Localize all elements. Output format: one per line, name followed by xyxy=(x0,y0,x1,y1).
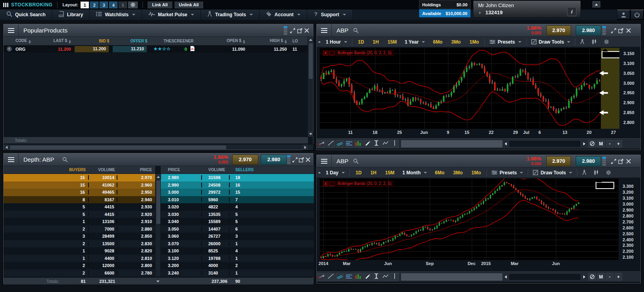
reset-zoom-button[interactable] xyxy=(588,140,596,147)
vertical-range-tool[interactable] xyxy=(372,140,381,148)
depth-buy-row[interactable]: 16494652.950 xyxy=(4,189,155,196)
range-dropdown[interactable]: 1 Year xyxy=(401,37,429,47)
depth-buy-row[interactable]: 266002.780 xyxy=(4,269,155,277)
panel-menu-button[interactable] xyxy=(4,153,19,166)
depth-sell-row[interactable]: 3.040155895 xyxy=(161,218,314,225)
remove-indicator-button[interactable]: X xyxy=(323,51,328,55)
depth-sell-row[interactable]: 3.24031401 xyxy=(161,269,314,277)
chart-settings-button[interactable] xyxy=(600,37,613,47)
menu-item-trading-tools[interactable]: Trading Tools xyxy=(201,10,260,20)
popout-button[interactable] xyxy=(298,156,304,163)
zoom-out-button[interactable]: - xyxy=(606,273,613,281)
col-offer[interactable]: OFFER $ xyxy=(112,39,150,43)
depth-buy-row[interactable]: 544152.930 xyxy=(4,203,155,211)
col-buy-price[interactable]: PRICE xyxy=(117,168,155,172)
window-link-indicator[interactable] xyxy=(287,155,291,164)
maximize-button[interactable] xyxy=(292,156,298,163)
offer-price-button[interactable]: 2.980 xyxy=(576,156,601,166)
close-panel-button[interactable] xyxy=(625,27,632,34)
popout-button[interactable] xyxy=(296,27,303,34)
tf-1d-button[interactable]: 1D xyxy=(351,168,366,178)
polyline-tool[interactable] xyxy=(381,273,390,281)
depth-sell-row[interactable]: 3.02048224 xyxy=(161,203,314,211)
range-6mo-button[interactable]: 6Mo xyxy=(429,37,447,47)
menu-item-support[interactable]: ?Support xyxy=(307,10,353,20)
link-all-button[interactable]: Link All xyxy=(148,2,172,8)
maximize-button[interactable] xyxy=(610,27,617,34)
watchlist-vscrollbar[interactable] xyxy=(308,37,313,137)
col-last[interactable]: LAST $ xyxy=(38,38,74,44)
symbol-search-icon[interactable] xyxy=(353,28,359,35)
draw-tools-dropdown[interactable]: Draw Tools xyxy=(529,168,576,178)
panel-menu-button[interactable] xyxy=(4,24,19,37)
minimize-indicator-button[interactable]: _ xyxy=(329,51,334,55)
depth-buy-row[interactable]: 144002.810 xyxy=(4,255,155,262)
depth-buy-row[interactable]: 190282.820 xyxy=(4,247,155,255)
depth-scrollbar[interactable] xyxy=(155,174,161,277)
presets-dropdown[interactable]: Presets xyxy=(488,168,527,178)
trend-line-tool[interactable] xyxy=(327,140,335,148)
depth-buy-row[interactable]: 15410622.960 xyxy=(4,181,155,189)
volume-bars-tool[interactable] xyxy=(354,273,362,281)
col-low[interactable]: LO xyxy=(290,39,308,43)
collapse-toolbar-button[interactable] xyxy=(317,168,322,178)
collapse-toolbar-button[interactable] xyxy=(317,37,322,47)
zoom-in-button[interactable]: + xyxy=(615,273,622,281)
depth-sell-row[interactable]: 3.030135355 xyxy=(161,211,314,218)
timeframe-dropdown[interactable]: 1 Hour xyxy=(322,37,351,47)
col-high[interactable]: HIGH $ xyxy=(248,38,290,44)
depth-buy-row[interactable]: 15100142.970 xyxy=(4,174,155,181)
polyline-tool[interactable] xyxy=(381,140,390,148)
col-sell-price[interactable]: PRICE xyxy=(161,168,202,172)
account-info-button[interactable]: i xyxy=(567,7,577,16)
depth-buy-row[interactable]: 3284992.850 xyxy=(4,233,155,240)
scroll-thumb[interactable] xyxy=(156,180,160,224)
col-open[interactable]: OPEN $ xyxy=(207,38,248,44)
depth-buy-row[interactable]: 544152.920 xyxy=(4,211,155,218)
col-bid[interactable]: BID $ xyxy=(74,39,112,43)
depth-buy-row[interactable]: 1131062.910 xyxy=(4,218,155,225)
pencil-tool[interactable] xyxy=(363,140,371,148)
depth-buy-row[interactable]: 881672.940 xyxy=(4,196,155,204)
depth-buy-row[interactable]: 270002.880 xyxy=(4,225,155,233)
depth-sell-row[interactable]: 2.9803159818 xyxy=(161,174,314,181)
channel-tool[interactable] xyxy=(336,140,344,148)
offer-price-button[interactable]: 2.980 xyxy=(261,155,287,165)
bid-price-button[interactable]: 2.970 xyxy=(232,155,258,165)
pan-right-button[interactable] xyxy=(581,140,587,147)
unlink-all-button[interactable]: Unlink All xyxy=(175,2,203,8)
layout-button-3[interactable]: 3 xyxy=(100,2,108,8)
pan-left-button[interactable] xyxy=(502,273,509,281)
range-1mo-button[interactable]: 1Mo xyxy=(467,168,485,178)
col-screener[interactable]: THESCREENER xyxy=(150,39,207,43)
volume-bars-tool[interactable] xyxy=(354,140,362,148)
scroll-up-button[interactable] xyxy=(308,37,313,42)
depth-sell-row[interactable]: 3.060267273 xyxy=(161,233,314,240)
presets-dropdown[interactable]: Presets xyxy=(486,37,525,47)
scroll-thumb[interactable] xyxy=(309,43,313,79)
reset-zoom-button[interactable] xyxy=(588,273,596,281)
col-buy-volume[interactable]: VOLUME xyxy=(89,168,117,172)
chart-settings-button[interactable] xyxy=(602,168,615,178)
maximize-button[interactable] xyxy=(610,158,617,164)
range-3mo-button[interactable]: 3Mo xyxy=(449,168,467,178)
layout-settings-button[interactable] xyxy=(128,2,138,8)
chart-scrollbar[interactable] xyxy=(509,273,581,281)
anchor-points-tool[interactable] xyxy=(317,273,326,281)
depth-sell-row[interactable]: 3.120197881 xyxy=(161,255,314,262)
close-panel-button[interactable] xyxy=(625,158,632,164)
chart-style-button[interactable] xyxy=(590,168,602,178)
levels-tool[interactable] xyxy=(345,140,353,148)
layout-button-5[interactable]: 5 xyxy=(119,2,127,8)
collapse-topbar-button[interactable] xyxy=(592,1,600,8)
account-selector[interactable]: Mr John Citizen › 132419 i xyxy=(473,0,581,18)
popout-button[interactable] xyxy=(617,27,624,34)
offer-price-button[interactable]: 2.980 xyxy=(576,25,601,36)
depth-buy-row[interactable]: 2120002.800 xyxy=(4,262,155,269)
scroll-down-button[interactable] xyxy=(308,131,313,137)
depth-sell-row[interactable]: 3.20040002 xyxy=(161,262,314,269)
depth-sell-row[interactable]: 3.050144076 xyxy=(161,225,314,233)
trend-line-tool[interactable] xyxy=(327,273,335,281)
zoom-out-button[interactable]: - xyxy=(606,140,613,147)
account-expand-chevron[interactable]: › xyxy=(479,10,481,15)
